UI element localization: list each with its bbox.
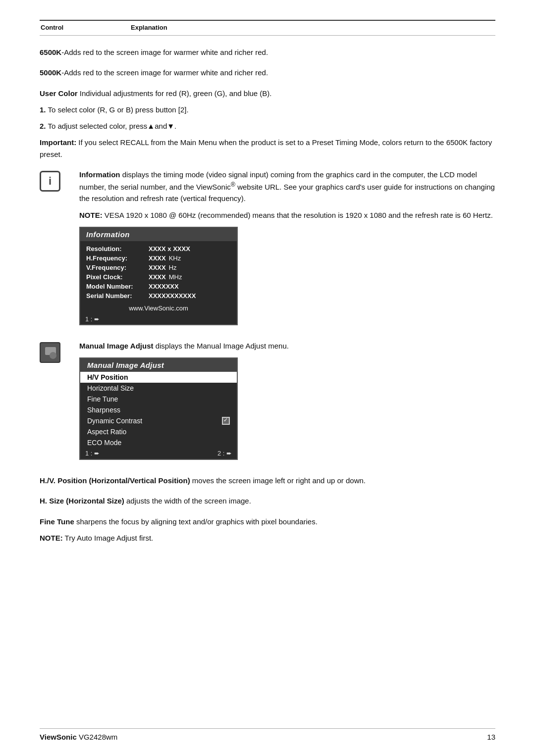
info-row-serial: Serial Number: XXXXXXXXXXX	[86, 291, 231, 301]
mia-item-horizontal-size[interactable]: Horizontal Size	[80, 383, 237, 394]
footer-page: 13	[487, 733, 495, 741]
mia-item-sharpness[interactable]: Sharpness	[80, 404, 237, 415]
text-6500k: -Adds red to the screen image for warmer…	[61, 48, 268, 56]
icon-manual-circle	[50, 352, 56, 359]
icon-col-mia	[40, 340, 79, 363]
info-row-pixelclock: Pixel Clock: XXXX MHz	[86, 272, 231, 282]
section-information: i Information displays the timing mode (…	[40, 169, 495, 331]
press-symbols: ▲and▼	[147, 122, 174, 130]
important-text: If you select RECALL from the Main Menu …	[40, 138, 492, 158]
info-label-resolution: Resolution:	[86, 245, 146, 252]
info-row-hfreq: H.Frequency: XXXX KHz	[86, 253, 231, 263]
dynamic-contrast-checkbox[interactable]	[222, 417, 230, 425]
text-5000k: -Adds red to the screen image for warmer…	[61, 68, 268, 77]
mia-label-aspect-ratio: Aspect Ratio	[87, 428, 126, 436]
mia-label-sharpness: Sharpness	[87, 406, 120, 414]
important-label: Important:	[40, 138, 76, 147]
info-value-hfreq: XXXX	[149, 254, 166, 262]
info-box-website: www.ViewSonic.com	[80, 304, 237, 314]
info-label-hfreq: H.Frequency:	[86, 254, 146, 262]
mia-intro-text: displays the Manual Image Adjust menu.	[153, 342, 289, 350]
footer-brand-model: ViewSonic VG2428wm	[40, 733, 117, 741]
info-label-model: Model Number:	[86, 283, 146, 290]
info-nav-label: 1 : ➨	[85, 315, 100, 323]
label-user-color: User Color	[40, 89, 78, 98]
hv-position-label: H./V. Position (Horizontal/Vertical Posi…	[40, 476, 190, 485]
footer: ViewSonic VG2428wm 13	[40, 728, 495, 741]
info-value-serial: XXXXXXXXXXX	[149, 292, 196, 300]
mia-box-nav: 1 : ➨ 2 : ➨	[80, 448, 237, 459]
mia-nav2: 2 : ➨	[217, 450, 232, 457]
mia-label-fine-tune: Fine Tune	[87, 395, 118, 403]
icon-col-information: i	[40, 169, 79, 192]
info-value-model: XXXXXXX	[149, 283, 179, 290]
mia-item-eco-mode[interactable]: ECO Mode	[80, 437, 237, 448]
info-label-vfreq: V.Frequency:	[86, 264, 146, 271]
section-h-size: H. Size (Horizontal Size) adjusts the wi…	[40, 495, 495, 506]
step2-text: To adjust selected color, press	[46, 122, 148, 130]
information-note-text: VESA 1920 x 1080 @ 60Hz (recommended) me…	[103, 211, 493, 219]
mia-label-dynamic-contrast: Dynamic Contrast	[87, 417, 142, 425]
info-value-resolution: XXXX x XXXX	[149, 245, 190, 252]
mia-intro-label: Manual Image Adjust	[79, 342, 153, 350]
info-box-body: Resolution: XXXX x XXXX H.Frequency: XXX…	[80, 241, 237, 304]
label-5000k: 5000K	[40, 68, 61, 77]
section-5000k: 5000K-Adds red to the screen image for w…	[40, 67, 495, 78]
manual-image-adjust-icon	[40, 342, 60, 363]
header-table: Control Explanation	[40, 20, 495, 36]
mia-item-fine-tune[interactable]: Fine Tune	[80, 394, 237, 404]
header-col2: Explanation	[131, 22, 494, 32]
mia-nav1: 1 : ➨	[85, 450, 100, 457]
mia-item-hvposition[interactable]: H/V Position	[80, 372, 237, 383]
information-box: Information Resolution: XXXX x XXXX H.Fr…	[79, 227, 238, 325]
mia-box: Manual Image Adjust H/V Position Horizon…	[79, 357, 238, 460]
page: Control Explanation 6500K-Adds red to th…	[0, 0, 535, 756]
info-row-resolution: Resolution: XXXX x XXXX	[86, 244, 231, 253]
info-label-serial: Serial Number:	[86, 292, 146, 300]
section-fine-tune: Fine Tune sharpens the focus by aligning…	[40, 516, 495, 544]
info-unit-vfreq: Hz	[169, 264, 177, 271]
section-6500k: 6500K-Adds red to the screen image for w…	[40, 47, 495, 58]
header-col1: Control	[41, 22, 130, 32]
text-user-color-intro: Individual adjustments for red (R), gree…	[78, 89, 272, 98]
mia-box-title: Manual Image Adjust	[80, 358, 237, 372]
section-hv-position: H./V. Position (Horizontal/Vertical Posi…	[40, 475, 495, 486]
information-icon: i	[40, 171, 60, 192]
fine-tune-note-text: Try Auto Image Adjust first.	[63, 534, 154, 542]
h-size-text: adjusts the width of the screen image.	[124, 497, 251, 505]
mia-label-hvposition: H/V Position	[87, 373, 128, 381]
mia-content: Manual Image Adjust displays the Manual …	[79, 340, 495, 466]
info-label-pixelclock: Pixel Clock:	[86, 273, 146, 281]
information-note-label: NOTE:	[79, 211, 103, 219]
step2-end: .	[174, 122, 176, 130]
info-box-title: Information	[80, 228, 237, 241]
mia-item-dynamic-contrast[interactable]: Dynamic Contrast	[80, 415, 237, 426]
hv-position-text: moves the screen image left or right and…	[190, 476, 366, 485]
h-size-label: H. Size (Horizontal Size)	[40, 497, 124, 505]
info-row-vfreq: V.Frequency: XXXX Hz	[86, 263, 231, 272]
footer-brand: ViewSonic	[40, 733, 77, 741]
section-manual-image-adjust: Manual Image Adjust displays the Manual …	[40, 340, 495, 466]
fine-tune-note-label: NOTE:	[40, 534, 63, 542]
info-unit-pixelclock: MHz	[169, 273, 182, 281]
information-content: Information displays the timing mode (vi…	[79, 169, 495, 331]
fine-tune-label: Fine Tune	[40, 517, 74, 526]
info-value-pixelclock: XXXX	[149, 273, 166, 281]
step2-label: 2.	[40, 122, 46, 130]
step1-text: To select color (R, G or B) press button…	[46, 105, 189, 114]
mia-label-eco-mode: ECO Mode	[87, 439, 121, 447]
section-user-color: User Color Individual adjustments for re…	[40, 88, 495, 160]
info-box-nav: 1 : ➨	[80, 314, 237, 324]
information-intro-label: Information	[79, 170, 120, 179]
step1-label: 1.	[40, 105, 46, 114]
mia-label-horizontal-size: Horizontal Size	[87, 384, 134, 392]
mia-item-aspect-ratio[interactable]: Aspect Ratio	[80, 426, 237, 437]
info-row-model: Model Number: XXXXXXX	[86, 282, 231, 291]
fine-tune-text: sharpens the focus by aligning text and/…	[74, 517, 318, 526]
info-unit-hfreq: KHz	[169, 254, 181, 262]
label-6500k: 6500K	[40, 48, 61, 56]
info-value-vfreq: XXXX	[149, 264, 166, 271]
footer-model: VG2428wm	[79, 733, 117, 741]
